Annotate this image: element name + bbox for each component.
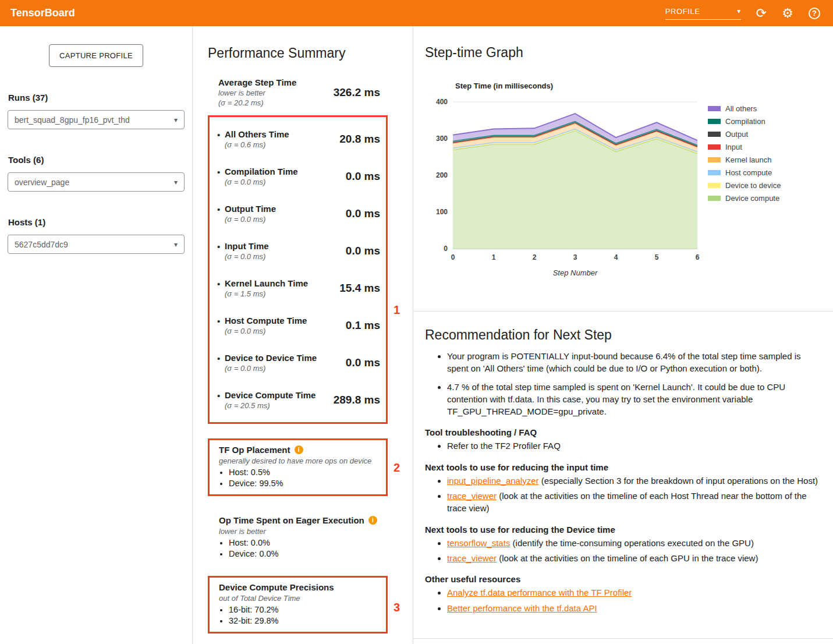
metric-label: Compilation Time [225, 167, 298, 176]
metric-value: 20.8 ms [339, 133, 380, 146]
legend-swatch-icon [708, 144, 721, 150]
average-step-time-row: Average Step Time lower is better (σ = 2… [208, 77, 388, 107]
hosts-label: Hosts (1) [8, 217, 184, 227]
legend-swatch-icon [708, 119, 721, 124]
legend-item-compilation: Compilation [708, 117, 781, 126]
trace-viewer-link[interactable]: trace_viewer [447, 491, 497, 501]
section-item: Better performance with the tf.data API [447, 602, 819, 614]
section-item: trace_viewer (look at the activities on … [447, 490, 819, 515]
dashboard-select-value: PROFILE [665, 7, 700, 16]
chevron-down-icon: ▾ [174, 178, 178, 186]
top-bar: TensorBoard PROFILE ▾ ⟳ ⚙ ? [0, 0, 833, 26]
legend-swatch-icon [708, 170, 721, 175]
annotation-number-3: 3 [394, 601, 400, 614]
annotation-box-1: All Others Time (σ = 0.6 ms) 20.8 ms Com… [208, 115, 388, 424]
legend-label: Input [725, 143, 742, 151]
metric-label: Input Time [225, 241, 269, 251]
precision-32bit: 32-bit: 29.8% [229, 616, 380, 625]
eager-execution-title: Op Time Spent on Eager Execution [219, 515, 364, 525]
metric-sigma: (σ = 0.0 ms) [225, 327, 307, 335]
tfdata-performance-link[interactable]: Analyze tf.data performance with the TF … [447, 588, 632, 597]
trace-viewer-link[interactable]: trace_viewer [447, 553, 497, 563]
legend-label: Kernel launch [725, 155, 772, 164]
chart-title: Step Time (in milliseconds) [455, 82, 833, 90]
section-heading: Next tools to use for reducing the input… [425, 462, 819, 472]
settings-icon[interactable]: ⚙ [782, 7, 793, 20]
help-icon[interactable]: ? [809, 8, 820, 19]
recommendation-bullet: 4.7 % of the total step time sampled is … [447, 381, 819, 418]
info-icon[interactable]: i [368, 516, 377, 525]
annotation-box-3: Device Compute Precisions out of Total D… [208, 576, 388, 634]
annotation-number-2: 2 [394, 461, 400, 474]
metric-value: 0.0 ms [346, 356, 380, 369]
right-panel: Step-time Graph Step Time (in millisecon… [413, 26, 833, 644]
metric-label: Kernel Launch Time [225, 278, 308, 288]
runs-select[interactable]: bert_squad_8gpu_fp16_pvt_thd ▾ [8, 110, 185, 129]
metric-row: Output Time (σ = 0.0 ms) 0.0 ms [225, 195, 380, 232]
input-pipeline-analyzer-link[interactable]: input_pipeline_analyzer [447, 476, 539, 486]
metric-sigma: (σ = 0.0 ms) [225, 252, 269, 261]
main-layout: CAPTURE PROFILE Runs (37) bert_squad_8gp… [0, 26, 833, 644]
legend-swatch-icon [708, 157, 721, 162]
capture-profile-button[interactable]: CAPTURE PROFILE [49, 44, 143, 67]
metric-note: lower is better [218, 89, 296, 97]
tf-op-placement-title: TF Op Placement [219, 445, 290, 455]
chart-legend: All othersCompilationOutputInputKernel l… [708, 104, 781, 207]
hosts-select[interactable]: 5627c5dd7dc9 ▾ [8, 235, 185, 254]
svg-text:200: 200 [436, 171, 448, 179]
metric-value: 0.0 ms [346, 170, 380, 183]
metric-sigma: (σ = 0.6 ms) [225, 140, 289, 149]
section-item: trace_viewer (look at the activities on … [447, 552, 819, 564]
metric-value: 289.8 ms [334, 394, 380, 406]
legend-item-all-others: All others [708, 104, 781, 113]
runs-label: Runs (37) [8, 93, 184, 102]
legend-item-output: Output [708, 130, 781, 139]
tf-op-placement-host: Host: 0.5% [229, 468, 380, 477]
info-icon[interactable]: i [295, 445, 303, 454]
precision-16bit: 16-bit: 70.2% [229, 605, 380, 614]
header-actions: PROFILE ▾ ⟳ ⚙ ? [665, 7, 823, 20]
step-time-graph-card: Step-time Graph Step Time (in millisecon… [413, 26, 833, 312]
legend-item-input: Input [708, 143, 781, 151]
tools-select[interactable]: overview_page ▾ [8, 172, 185, 192]
legend-swatch-icon [708, 183, 721, 188]
svg-text:0: 0 [451, 253, 455, 261]
svg-text:2: 2 [533, 253, 537, 261]
legend-label: All others [725, 104, 757, 113]
svg-text:6: 6 [696, 253, 700, 261]
svg-text:300: 300 [436, 135, 448, 143]
legend-item-host-compute: Host compute [708, 168, 781, 177]
tensorflow-stats-link[interactable]: tensorflow_stats [447, 538, 510, 548]
section-item: Refer to the TF2 Profiler FAQ [447, 440, 819, 452]
section-item-text: (identify the time-consuming operations … [510, 538, 754, 548]
metric-label: All Others Time [225, 129, 289, 139]
tools-select-value: overview_page [15, 178, 69, 187]
section-item: Analyze tf.data performance with the TF … [447, 586, 819, 599]
section-item: tensorflow_stats (identify the time-cons… [447, 537, 819, 549]
svg-text:1: 1 [492, 253, 496, 261]
tf-op-placement-device: Device: 99.5% [229, 479, 380, 488]
dashboard-select[interactable]: PROFILE ▾ [665, 7, 741, 20]
runs-select-value: bert_squad_8gpu_fp16_pvt_thd [15, 115, 130, 125]
tf-op-placement-note: generally desired to have more ops on de… [219, 457, 380, 465]
chevron-down-icon: ▾ [174, 240, 178, 249]
step-time-graph-title: Step-time Graph [425, 26, 833, 61]
tfdata-api-link[interactable]: Better performance with the tf.data API [447, 603, 597, 613]
recommendation-card: Recommendation for Next Step Your progra… [413, 312, 833, 639]
refresh-icon[interactable]: ⟳ [756, 7, 767, 20]
svg-text:100: 100 [436, 208, 448, 216]
performance-summary-panel: Performance Summary Average Step Time lo… [193, 26, 413, 644]
tools-label: Tools (6) [8, 155, 184, 165]
section-item-text: (especially Section 3 for the breakdown … [539, 476, 818, 486]
eager-execution-note: lower is better [219, 527, 388, 536]
metric-value: 0.0 ms [346, 245, 380, 257]
metric-value: 15.4 ms [339, 282, 380, 295]
legend-label: Host compute [725, 168, 772, 177]
metric-value: 0.0 ms [346, 207, 380, 220]
svg-text:Step Number: Step Number [553, 268, 598, 277]
legend-label: Output [725, 130, 748, 139]
hosts-select-value: 5627c5dd7dc9 [15, 240, 68, 249]
metric-row: Kernel Launch Time (σ = 1.5 ms) 15.4 ms [225, 270, 380, 307]
svg-text:5: 5 [655, 253, 659, 261]
metric-label: Host Compute Time [225, 316, 307, 325]
